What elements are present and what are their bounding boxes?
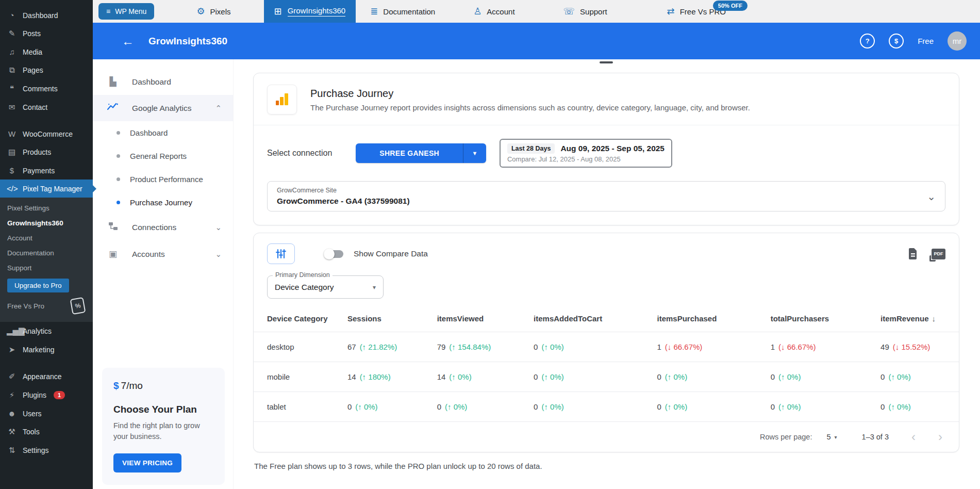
wp-menu-item-posts[interactable]: ✎ Posts — [0, 24, 93, 43]
export-pdf-icon[interactable]: PDF — [932, 249, 945, 259]
wp-menu-item-plugins[interactable]: ⚡ Plugins 1 — [0, 386, 93, 404]
submenu-item-free-vs-pro[interactable]: Free Vs Pro % — [0, 294, 93, 316]
payments-dollar-icon: $ — [7, 166, 17, 175]
hierarchy-icon — [107, 222, 119, 233]
next-page-icon[interactable]: › — [938, 431, 942, 443]
column-header-items-purchased[interactable]: itemsPurchased — [657, 307, 770, 332]
comment-bubble-icon: ❝ — [7, 84, 17, 93]
scrollbar-thumb[interactable] — [600, 61, 613, 63]
chevron-down-icon: ⌄ — [927, 190, 936, 203]
metric-cell: 14(↑ 0%) — [437, 362, 534, 392]
billing-icon[interactable]: $ — [889, 34, 904, 48]
dropdown-arrow-icon: ▾ — [373, 284, 376, 291]
wp-menu-item-dashboard[interactable]: ◔ Dashboard — [0, 6, 93, 24]
wp-admin-menu: ◔ Dashboard ✎ Posts ♫ Media ⧉ Pages ❝ Co… — [0, 6, 93, 460]
metric-delta-up: (↑ 0%) — [778, 402, 801, 411]
date-preset-chip: Last 28 Days — [507, 143, 555, 154]
upgrade-to-pro-button[interactable]: Upgrade to Pro — [7, 279, 69, 292]
submenu-item-pixel-settings[interactable]: Pixel Settings — [0, 201, 93, 216]
wp-menu-toggle-button[interactable]: ≡ WP Menu — [98, 3, 154, 20]
column-header-device-category[interactable]: Device Category — [254, 307, 347, 332]
column-header-sessions[interactable]: Sessions — [347, 307, 437, 332]
metric-value: 0 — [534, 372, 538, 381]
analytics-line-icon — [107, 103, 119, 113]
wp-menu-item-contact[interactable]: ✉ Contact — [0, 98, 93, 117]
tab-growinsights360[interactable]: ⊞ GrowInsights360 — [264, 0, 356, 23]
wp-menu-item-appearance[interactable]: ✐ Appearance — [0, 367, 93, 386]
metric-cell: 49(↓ 15.52%) — [881, 332, 959, 362]
tab-pixels[interactable]: ⚙ Pixels — [196, 6, 230, 17]
plugin-sidebar: ▙ Dashboard Google Analytics ⌃ Dashboard — [93, 59, 234, 489]
dropdown-arrow-icon[interactable]: ▼ — [463, 143, 486, 163]
column-header-total-purchasers[interactable]: totalPurchasers — [771, 307, 881, 332]
metric-delta-up: (↑ 0%) — [778, 372, 801, 381]
media-icon: ♫ — [7, 47, 17, 56]
dimension-cell: mobile — [254, 362, 347, 392]
metric-value: 0 — [881, 372, 885, 381]
plugin-topbar: ≡ WP Menu ⚙ Pixels ⊞ GrowInsights360 ≣ D… — [93, 0, 980, 23]
metric-cell: 0(↑ 0%) — [534, 392, 657, 422]
connection-dropdown-button[interactable]: SHREE GANESH ▼ — [356, 143, 486, 163]
metric-cell: 14(↑ 180%) — [347, 362, 437, 392]
metric-delta-up: (↑ 0%) — [541, 343, 563, 351]
sidebar-item-ga-dashboard[interactable]: Dashboard — [93, 121, 233, 144]
wp-menu-item-settings[interactable]: ⇅ Settings — [0, 441, 93, 460]
sidebar-item-dashboard[interactable]: ▙ Dashboard — [93, 69, 233, 95]
sidebar-item-product-performance[interactable]: Product Performance — [93, 168, 233, 191]
filter-tune-button[interactable] — [267, 243, 295, 264]
avatar[interactable]: mr — [948, 31, 967, 51]
wp-menu-item-analytics[interactable]: ▂▅▇ Analytics — [0, 322, 93, 340]
wp-menu-item-users[interactable]: ☻ Users — [0, 404, 93, 422]
submenu-item-growinsights360[interactable]: GrowInsights360 — [0, 216, 93, 231]
metric-cell: 0(↑ 0%) — [881, 392, 959, 422]
help-icon[interactable]: ? — [860, 34, 875, 48]
metric-cell: 67(↑ 21.82%) — [347, 332, 437, 362]
plan-card-title: Choose Your Plan — [113, 404, 213, 415]
wp-menu-item-products[interactable]: ▤ Products — [0, 143, 93, 161]
column-header-item-revenue[interactable]: itemRevenue↓ — [881, 307, 959, 332]
dashboard-icon: ◔ — [7, 11, 17, 20]
wp-menu-item-tools[interactable]: ⚒ Tools — [0, 422, 93, 441]
dashboard-grid-icon: ▙ — [107, 76, 119, 87]
sidebar-item-connections[interactable]: Connections ⌄ — [93, 214, 233, 241]
wp-menu-item-pages[interactable]: ⧉ Pages — [0, 61, 93, 79]
compare-range-value: Compare: Jul 12, 2025 - Aug 08, 2025 — [507, 155, 665, 163]
sidebar-item-accounts[interactable]: ▣ Accounts ⌄ — [93, 241, 233, 267]
wp-menu-item-marketing[interactable]: ➤ Marketing — [0, 340, 93, 359]
submenu-item-account[interactable]: Account — [0, 231, 93, 246]
divider — [254, 125, 959, 125]
back-arrow-icon[interactable]: ← — [122, 35, 134, 47]
wp-menu-item-woocommerce[interactable]: W WooCommerce — [0, 125, 93, 143]
rows-per-page-select[interactable]: 5▾ — [826, 433, 837, 441]
submenu-item-documentation[interactable]: Documentation — [0, 246, 93, 260]
tab-free-vs-pro[interactable]: ⇄ Free Vs PRO 50% OFF — [667, 6, 726, 17]
view-pricing-button[interactable]: VIEW PRICING — [113, 453, 181, 472]
google-analytics-logo-icon — [267, 85, 297, 115]
wp-menu-item-comments[interactable]: ❝ Comments — [0, 79, 93, 98]
show-compare-data-label: Show Compare Data — [354, 249, 428, 258]
metric-value: 0 — [534, 343, 538, 351]
report-table-card: Show Compare Data PDF Primary Dimension … — [253, 233, 959, 452]
tab-account[interactable]: ♙ Account — [473, 6, 514, 17]
date-range-picker[interactable]: Last 28 Days Aug 09, 2025 - Sep 05, 2025… — [500, 139, 672, 168]
show-compare-data-toggle[interactable] — [325, 250, 343, 258]
site-select[interactable]: GrowCommerce Site GrowCommerce - GA4 (33… — [267, 181, 945, 211]
export-csv-icon[interactable] — [908, 248, 918, 260]
previous-page-icon[interactable]: ‹ — [911, 431, 916, 443]
sidebar-item-purchase-journey[interactable]: Purchase Journey — [93, 191, 233, 214]
sidebar-item-google-analytics[interactable]: Google Analytics ⌃ — [93, 95, 233, 121]
wp-menu-item-media[interactable]: ♫ Media — [0, 43, 93, 61]
submenu-item-support[interactable]: Support — [0, 260, 93, 275]
sidebar-item-general-reports[interactable]: General Reports — [93, 144, 233, 168]
primary-dimension-select[interactable]: Primary Dimension Device Category ▾ — [267, 275, 384, 299]
metric-value: 0 — [534, 402, 538, 411]
wp-menu-item-payments[interactable]: $ Payments — [0, 161, 93, 180]
wp-menu-item-pixel-tag-manager[interactable]: </> Pixel Tag Manager — [0, 180, 93, 198]
column-header-items-added-to-cart[interactable]: itemsAddedToCart — [534, 307, 657, 332]
tab-support[interactable]: ☏ Support — [563, 6, 607, 17]
headset-icon: ☏ — [563, 6, 575, 17]
tab-documentation[interactable]: ≣ Documentation — [370, 6, 435, 17]
wp-admin-sidebar: ◔ Dashboard ✎ Posts ♫ Media ⧉ Pages ❝ Co… — [0, 0, 93, 489]
column-header-items-viewed[interactable]: itemsViewed — [437, 307, 534, 332]
plan-card: $7/mo Choose Your Plan Find the right pl… — [102, 368, 225, 485]
